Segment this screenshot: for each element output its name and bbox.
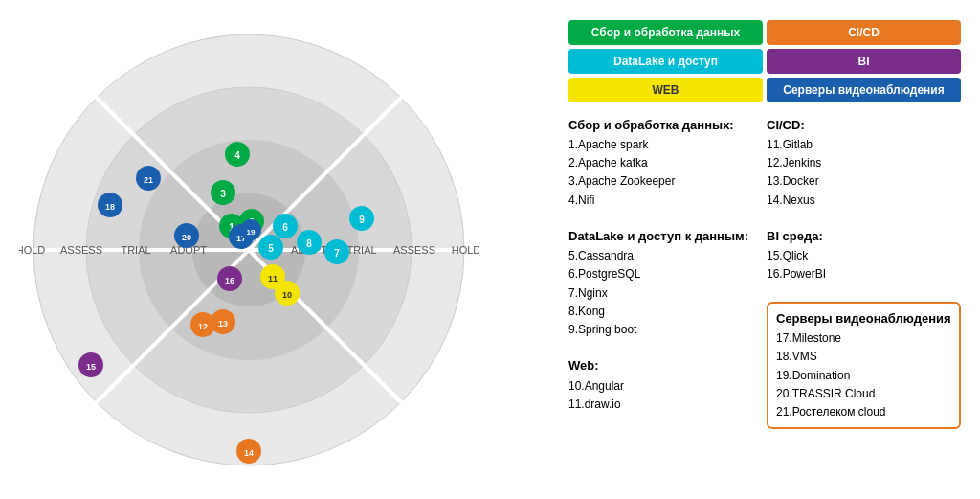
svg-text:7: 7	[334, 248, 340, 259]
svg-text:4: 4	[234, 150, 240, 161]
svg-text:10: 10	[282, 290, 292, 300]
section-cicd: CI/CD: 11.Gitlab12.Jenkins13.Docker14.Ne…	[767, 116, 961, 210]
section-datalake-title: DataLake и доступ к данным:	[568, 227, 763, 246]
section-video-title: Серверы видеонаблюдения	[776, 309, 951, 329]
section-datalake-items: 5.Cassandra6.PostgreSQL7.Nginx8.Kong9.Sp…	[568, 247, 763, 339]
section-cicd-title: CI/CD:	[767, 116, 961, 135]
category-box-collection: Сбор и обработка данных	[568, 20, 763, 45]
ring-label-trial-right: TRIAL	[346, 244, 376, 256]
section-collection-title: Сбор и обработка данных:	[568, 116, 763, 135]
legend-right-col: CI/CD: 11.Gitlab12.Jenkins13.Docker14.Ne…	[767, 116, 961, 430]
section-video: Серверы видеонаблюдения 17.Milestone18.V…	[767, 302, 961, 429]
category-box-bi: BI	[767, 49, 961, 74]
ring-label-trial-left: TRIAL	[121, 244, 150, 256]
svg-text:8: 8	[306, 238, 312, 249]
section-bi-items: 15.Qlick16.PowerBI	[767, 247, 961, 284]
section-collection-items: 1.Apache spark2.Apache kafka3.Apache Zoo…	[568, 136, 763, 210]
radar-svg: HOLD ASSESS TRIAL ADOPT ADOPT TRIAL ASSE…	[19, 20, 479, 480]
legend-categories: Сбор и обработка данных CI/CD DataLake и…	[568, 20, 961, 102]
radar-diagram: HOLD ASSESS TRIAL ADOPT ADOPT TRIAL ASSE…	[19, 20, 479, 480]
svg-text:16: 16	[225, 276, 234, 285]
category-box-video: Серверы видеонаблюдения	[767, 78, 961, 102]
section-web-items: 10.Angular11.draw.io	[568, 377, 763, 414]
section-datalake: DataLake и доступ к данным: 5.Cassandra6…	[568, 227, 763, 339]
svg-text:5: 5	[268, 243, 274, 254]
legend-container: Сбор и обработка данных CI/CD DataLake и…	[559, 20, 961, 480]
svg-text:14: 14	[244, 448, 254, 458]
section-video-items: 17.Milestone18.VMS19.Domination20.TRASSI…	[776, 329, 951, 421]
svg-text:6: 6	[282, 222, 288, 233]
svg-text:18: 18	[105, 202, 115, 212]
svg-text:15: 15	[86, 362, 96, 372]
svg-text:3: 3	[220, 189, 226, 199]
section-bi-title: BI среда:	[767, 227, 961, 246]
category-box-datalake: DataLake и доступ	[568, 49, 763, 74]
svg-text:13: 13	[218, 319, 228, 329]
section-web-title: Web:	[568, 356, 763, 375]
section-bi: BI среда: 15.Qlick16.PowerBI	[767, 227, 961, 284]
ring-label-assess-left: ASSESS	[60, 244, 102, 256]
ring-label-hold-right: HOLD	[452, 244, 479, 256]
category-box-web: WEB	[568, 78, 763, 102]
legend-lists: Сбор и обработка данных: 1.Apache spark2…	[568, 116, 961, 430]
svg-text:11: 11	[268, 274, 278, 284]
legend-left-col: Сбор и обработка данных: 1.Apache spark2…	[568, 116, 763, 430]
section-web: Web: 10.Angular11.draw.io	[568, 356, 763, 414]
category-box-cicd: CI/CD	[767, 20, 961, 45]
svg-text:12: 12	[198, 322, 208, 331]
svg-text:20: 20	[182, 233, 191, 242]
ring-label-assess-right: ASSESS	[393, 244, 435, 256]
section-cicd-items: 11.Gitlab12.Jenkins13.Docker14.Nexus	[767, 136, 961, 210]
svg-text:19: 19	[247, 228, 256, 237]
svg-text:9: 9	[359, 215, 365, 225]
ring-label-hold-left: HOLD	[19, 244, 45, 256]
svg-text:21: 21	[144, 175, 153, 185]
section-collection: Сбор и обработка данных: 1.Apache spark2…	[568, 116, 763, 210]
